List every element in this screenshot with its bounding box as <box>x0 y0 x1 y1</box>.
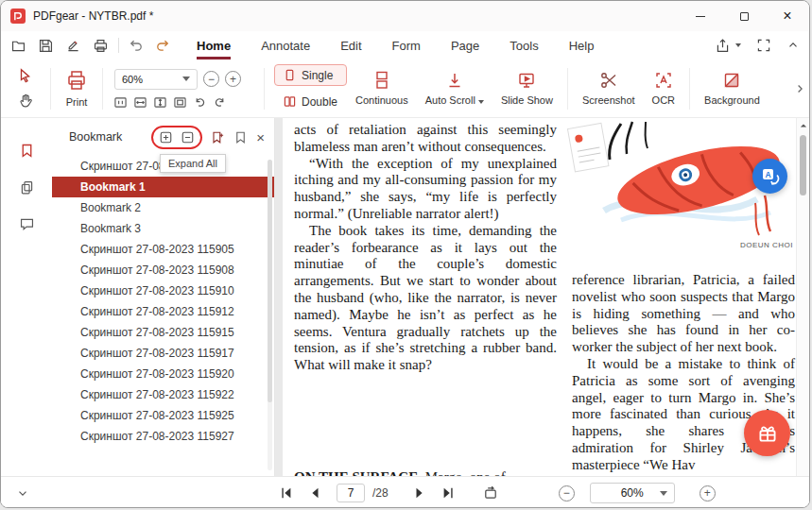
background-icon <box>722 71 741 90</box>
close-button[interactable]: × <box>766 1 809 31</box>
pages-panel-icon[interactable] <box>19 179 35 196</box>
one-to-one-icon[interactable] <box>114 96 127 109</box>
toolbar-separator <box>567 68 568 110</box>
bookmark-item[interactable]: Скриншот 27-08-2023 115908 <box>52 260 274 280</box>
bookmark-item[interactable]: Скриншот 27-08-2023 115925 <box>52 405 274 426</box>
expand-all-icon[interactable] <box>159 130 173 144</box>
zoom-out-button[interactable]: − <box>203 71 219 87</box>
bookmark-item[interactable]: Скриншот 27-08-2023 115920 <box>52 364 274 384</box>
zoom-in-button[interactable]: + <box>225 71 241 87</box>
rotate-right-icon[interactable] <box>214 96 226 109</box>
delete-bookmark-icon[interactable] <box>233 130 248 144</box>
tab-edit[interactable]: Edit <box>340 31 361 60</box>
ocr-button[interactable]: OCR <box>644 62 683 115</box>
pdf-page: acts of retaliation against this seeming… <box>283 118 796 476</box>
toolbar-overflow-chevron-icon[interactable] <box>793 82 806 95</box>
pdf-scrollbar[interactable] <box>796 118 809 476</box>
select-arrow-icon[interactable] <box>17 67 34 84</box>
bookmark-item[interactable]: Bookmark 2 <box>52 197 274 218</box>
redo-icon[interactable] <box>155 38 170 53</box>
promo-gift-button[interactable] <box>744 410 790 456</box>
screenshot-button[interactable]: Screenshot <box>574 62 644 115</box>
bookmark-item[interactable]: Bookmark 3 <box>52 218 274 239</box>
bookmark-item[interactable]: Скриншот 27-08-2023 115922 <box>52 384 274 405</box>
last-page-button[interactable] <box>441 486 455 500</box>
previous-page-button[interactable] <box>308 486 321 500</box>
bookmark-item[interactable]: Скриншот 27-08-2023 115912 <box>52 301 274 322</box>
scrollbar-thumb[interactable] <box>800 135 806 196</box>
auto-scroll-label: Auto Scroll <box>425 94 484 106</box>
bookmark-item[interactable]: Скриншот 27-08-2023 115910 <box>52 280 274 301</box>
undo-icon[interactable] <box>129 38 144 53</box>
pdf-paragraph: acts of retaliation against this seeming… <box>294 122 557 156</box>
page-number-input[interactable]: 7 <box>337 484 365 502</box>
translate-button[interactable]: A <box>752 159 787 194</box>
print-button[interactable]: Print <box>57 62 96 115</box>
bookmark-item[interactable]: Скриншот 27-08-2023 115915 <box>52 322 274 343</box>
save-icon[interactable] <box>38 38 54 54</box>
next-page-button[interactable] <box>413 486 426 500</box>
zoom-out-button-statusbar[interactable]: − <box>559 485 575 502</box>
pdf-left-column: acts of retaliation against this seeming… <box>294 122 557 374</box>
menu-right-icons <box>715 38 800 54</box>
open-file-icon[interactable] <box>10 38 26 54</box>
page-total-label: /28 <box>372 486 389 500</box>
fit-height-icon[interactable] <box>154 96 166 109</box>
scroll-up-icon[interactable] <box>800 122 807 129</box>
tab-form[interactable]: Form <box>392 31 421 60</box>
single-view-button[interactable]: Single <box>274 64 347 86</box>
scrollbar-thumb[interactable] <box>268 160 272 402</box>
hand-tool-icon[interactable] <box>17 93 34 110</box>
page-navigation: 7 /28 − 60% + <box>280 483 716 503</box>
bookmark-scrollbar[interactable] <box>268 160 272 470</box>
bookmark-item[interactable]: Скриншот 27-08-2023 115905 <box>52 239 274 260</box>
tab-annotate[interactable]: Annotate <box>261 31 310 60</box>
zoom-in-button-statusbar[interactable]: + <box>700 485 716 502</box>
continuous-label: Continuous <box>355 94 408 106</box>
add-bookmark-icon[interactable] <box>211 130 225 144</box>
pdf-paragraph: The book takes its time, demanding the r… <box>294 223 557 374</box>
tab-page[interactable]: Page <box>451 31 479 60</box>
collapse-ribbon-icon[interactable] <box>786 39 800 52</box>
quick-print-icon[interactable] <box>93 38 109 54</box>
background-label: Background <box>704 94 760 106</box>
pointer-tools <box>7 67 44 110</box>
continuous-view-button[interactable]: Continuous <box>347 62 417 115</box>
rotate-view-icon[interactable] <box>483 485 498 501</box>
toolbar-separator <box>102 68 103 110</box>
share-icon[interactable] <box>715 38 741 54</box>
zoom-dropdown[interactable]: 60% <box>114 69 198 90</box>
rotate-left-icon[interactable] <box>194 96 206 109</box>
collapse-statusbar-icon[interactable] <box>16 486 29 500</box>
tab-tools[interactable]: Tools <box>510 31 538 60</box>
close-panel-icon[interactable]: × <box>256 130 265 144</box>
fit-width-icon[interactable] <box>134 96 147 109</box>
bookmark-item[interactable]: Скриншот 27-08-2023 115927 <box>52 426 274 447</box>
annotation-highlight <box>151 126 202 149</box>
signature-icon[interactable] <box>65 38 81 54</box>
first-page-button[interactable] <box>280 486 293 500</box>
pdf-viewport[interactable]: acts of retaliation against this seeming… <box>275 118 796 476</box>
double-view-button[interactable]: Double <box>274 91 347 112</box>
slide-show-button[interactable]: Slide Show <box>492 62 561 115</box>
background-button[interactable]: Background <box>696 62 769 115</box>
fit-page-icon[interactable] <box>174 96 186 109</box>
zoom-select-statusbar[interactable]: 60% <box>590 483 675 503</box>
comment-panel-icon[interactable] <box>19 216 35 232</box>
bookmark-item[interactable]: Bookmark 1 <box>52 177 274 197</box>
auto-scroll-button[interactable]: Auto Scroll <box>417 62 492 115</box>
slide-show-icon <box>517 71 536 90</box>
maximize-button[interactable] <box>722 1 766 31</box>
print-label: Print <box>66 96 88 108</box>
tab-help[interactable]: Help <box>569 31 595 60</box>
bookmark-panel-icon[interactable] <box>19 143 35 159</box>
minimize-button[interactable] <box>679 1 722 31</box>
fullscreen-icon[interactable] <box>756 38 771 53</box>
single-label: Single <box>302 69 333 82</box>
tab-home[interactable]: Home <box>197 31 231 60</box>
minus-icon: − <box>208 74 215 85</box>
collapse-all-icon[interactable] <box>181 130 195 144</box>
pdfgear-logo-icon <box>10 8 26 24</box>
status-bar: 7 /28 − 60% + <box>1 476 809 508</box>
bookmark-item[interactable]: Скриншот 27-08-2023 115917 <box>52 343 274 364</box>
